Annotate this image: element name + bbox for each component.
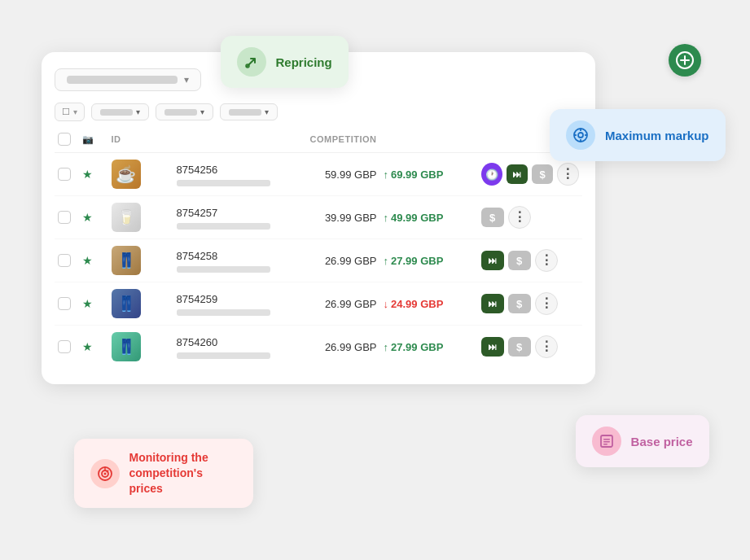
arrow-up-icon: ↑ <box>384 168 389 181</box>
chevron-down-icon: ▾ <box>184 74 189 85</box>
product-name-2 <box>177 223 270 230</box>
fastforward-button[interactable]: ⏭ <box>481 251 504 270</box>
dollar-button[interactable]: $ <box>481 208 504 227</box>
table-header: 📷 ID COMPETITION <box>55 133 582 153</box>
product-id-1: 8754256 <box>177 164 218 176</box>
product-name-4 <box>177 309 270 316</box>
price-4: 26.99 GBP <box>294 298 384 310</box>
header-checkbox[interactable] <box>58 133 71 146</box>
arrow-up-icon: ↑ <box>384 341 389 353</box>
product-name-3 <box>177 266 270 273</box>
fastforward-button[interactable]: ⏭ <box>507 164 528 184</box>
star-icon[interactable]: ★ <box>82 168 93 181</box>
product-id-3: 8754258 <box>177 250 218 262</box>
filter-bar-2 <box>164 109 197 116</box>
product-id-2: 8754257 <box>177 207 218 219</box>
row-actions-1: 🕐 ⏭ $ ⋮ <box>481 163 579 186</box>
price-5: 26.99 GBP <box>294 341 384 353</box>
svg-rect-16 <box>603 439 610 440</box>
add-button[interactable] <box>669 44 701 77</box>
product-image-4: 👖 <box>112 289 141 318</box>
col-checkbox <box>58 133 82 146</box>
arrow-down-icon: ↓ <box>384 298 389 310</box>
chevron-down-icon: ▾ <box>200 107 204 116</box>
more-button[interactable]: ⋮ <box>557 163 578 186</box>
filter-item-3[interactable]: ▾ <box>220 103 278 120</box>
dollar-button[interactable]: $ <box>508 294 531 313</box>
product-id-5: 8754260 <box>177 336 218 348</box>
competition-price-3: ↑ 27.99 GBP <box>384 255 481 267</box>
fastforward-button[interactable]: ⏭ <box>481 337 504 357</box>
col-id-header: ID <box>112 134 177 144</box>
row-actions-5: ⏭ $ ⋮ <box>481 335 579 358</box>
star-icon[interactable]: ★ <box>82 340 93 353</box>
base-price-card: Base price <box>576 415 709 467</box>
filter-bar: ☐ ▾ ▾ ▾ ▾ <box>55 103 582 121</box>
arrow-up-icon: ↑ <box>384 255 389 267</box>
product-name-1 <box>177 180 270 186</box>
competition-price-4: ↓ 24.99 GBP <box>384 298 481 310</box>
monitoring-label: Monitoring the competition's prices <box>129 450 237 497</box>
markup-icon <box>566 120 595 150</box>
row-checkbox-5[interactable] <box>58 340 71 353</box>
price-1: 59.99 GBP <box>294 168 384 181</box>
price-2: 39.99 GBP <box>294 212 384 224</box>
chevron-down-icon: ▾ <box>73 107 77 116</box>
more-button[interactable]: ⋮ <box>535 292 558 315</box>
monitoring-icon <box>90 459 120 488</box>
repricing-icon <box>237 47 266 77</box>
row-checkbox-2[interactable] <box>58 211 71 224</box>
main-card: ▾ ☐ ▾ ▾ ▾ ▾ <box>42 52 595 384</box>
repricing-label: Repricing <box>276 55 332 69</box>
product-image-3: 👖 <box>112 246 141 275</box>
checkbox-icon: ☐ <box>62 107 70 117</box>
clock-button[interactable]: 🕐 <box>481 163 502 186</box>
star-icon[interactable]: ★ <box>82 254 93 267</box>
product-id-4: 8754259 <box>177 293 218 305</box>
row-actions-2: $ ⋮ <box>481 206 579 229</box>
star-icon[interactable]: ★ <box>82 211 93 224</box>
filter-checkbox[interactable]: ☐ ▾ <box>55 103 85 121</box>
filter-bar-1 <box>100 109 133 116</box>
product-image-2: 🥛 <box>112 203 141 232</box>
table-row: ★ 👖 8754260 26.99 GBP ↑ 27.99 GBP ⏭ $ ⋮ <box>55 326 582 368</box>
filter-bar-3 <box>229 109 261 116</box>
maximum-markup-card: Maximum markup <box>550 109 726 161</box>
competition-price-1: ↑ 69.99 GBP <box>384 168 481 181</box>
main-dropdown[interactable]: ▾ <box>55 68 201 91</box>
filter-item-2[interactable]: ▾ <box>156 103 213 120</box>
product-name-5 <box>177 352 270 359</box>
product-image-5: 👖 <box>112 332 141 361</box>
monitoring-card: Monitoring the competition's prices <box>74 439 253 508</box>
more-button[interactable]: ⋮ <box>508 206 531 229</box>
row-checkbox-3[interactable] <box>58 254 71 267</box>
row-actions-3: ⏭ $ ⋮ <box>481 249 579 272</box>
star-icon[interactable]: ★ <box>82 297 93 310</box>
row-checkbox-4[interactable] <box>58 297 71 310</box>
row-actions-4: ⏭ $ ⋮ <box>481 292 579 315</box>
chevron-down-icon: ▾ <box>136 107 140 116</box>
filter-item-1[interactable]: ▾ <box>91 103 149 120</box>
col-photo: 📷 <box>82 134 112 145</box>
more-button[interactable]: ⋮ <box>535 335 558 358</box>
svg-point-12 <box>103 472 106 475</box>
more-button[interactable]: ⋮ <box>535 249 558 272</box>
table-row: ★ 👖 8754258 26.99 GBP ↑ 27.99 GBP ⏭ $ ⋮ <box>55 239 582 282</box>
svg-rect-17 <box>603 441 610 443</box>
baseprice-icon <box>592 427 621 456</box>
dollar-button[interactable]: $ <box>532 164 553 184</box>
competition-price-2: ↑ 49.99 GBP <box>384 212 481 224</box>
dollar-button[interactable]: $ <box>508 337 531 357</box>
row-checkbox-1[interactable] <box>58 168 71 181</box>
arrow-up-icon: ↑ <box>384 212 389 224</box>
svg-point-5 <box>578 133 583 138</box>
fastforward-button[interactable]: ⏭ <box>481 294 504 313</box>
dollar-button[interactable]: $ <box>508 251 531 270</box>
repricing-card: Repricing <box>221 36 349 88</box>
maximum-markup-label: Maximum markup <box>605 129 709 142</box>
table-row: ★ 🥛 8754257 39.99 GBP ↑ 49.99 GBP $ ⋮ <box>55 196 582 239</box>
chevron-down-icon: ▾ <box>265 107 269 116</box>
product-image-1: ☕ <box>112 160 141 189</box>
col-competition-header: COMPETITION <box>294 134 384 144</box>
table-row: ★ ☕ 8754256 59.99 GBP ↑ 69.99 GBP 🕐 ⏭ $ … <box>55 153 582 196</box>
